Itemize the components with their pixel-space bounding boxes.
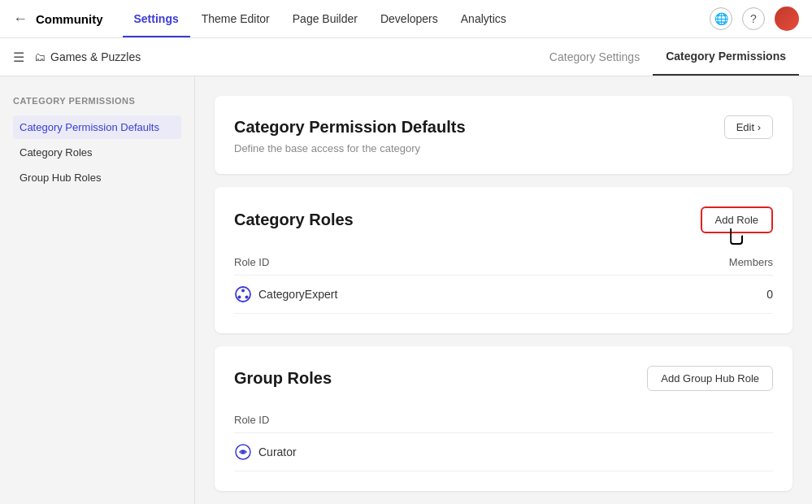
category-roles-table-header: Role ID Members xyxy=(234,246,773,276)
group-col-role-id: Role ID xyxy=(234,414,269,426)
role-members-count: 0 xyxy=(766,288,773,301)
tab-section: Category Settings Category Permissions xyxy=(536,38,799,76)
permission-defaults-title: Category Permission Defaults xyxy=(234,118,466,137)
app-logo: Community xyxy=(36,12,103,26)
table-row: CategoryExpert 0 xyxy=(234,276,773,314)
nav-settings[interactable]: Settings xyxy=(123,0,190,37)
hamburger-icon[interactable]: ☰ xyxy=(13,50,24,65)
avatar-image xyxy=(775,7,799,31)
sidebar-item-permission-defaults[interactable]: Category Permission Defaults xyxy=(13,115,181,139)
folder-icon: 🗂 xyxy=(34,50,46,63)
back-icon[interactable]: ← xyxy=(13,11,28,28)
content-area: Category Permission Defaults Edit › Defi… xyxy=(195,76,812,504)
col-members: Members xyxy=(729,256,773,268)
category-roles-title: Category Roles xyxy=(234,211,354,229)
category-expert-icon xyxy=(234,285,252,303)
curator-icon xyxy=(234,443,252,461)
nav-links: Settings Theme Editor Page Builder Devel… xyxy=(123,0,518,37)
group-role-name: Curator xyxy=(258,445,297,458)
col-role-id: Role ID xyxy=(234,256,269,268)
group-roles-card: Group Roles Add Group Hub Role Role ID C… xyxy=(215,346,792,491)
group-table-row: Curator xyxy=(234,433,773,471)
group-roles-title: Group Roles xyxy=(234,369,332,388)
role-row-left: CategoryExpert xyxy=(234,285,337,303)
nav-analytics[interactable]: Analytics xyxy=(449,0,518,37)
svg-point-1 xyxy=(241,289,245,293)
category-roles-header: Category Roles Add Role xyxy=(234,206,773,233)
help-icon[interactable]: ? xyxy=(742,7,765,30)
add-role-button[interactable]: Add Role xyxy=(701,206,773,233)
nav-page-builder[interactable]: Page Builder xyxy=(281,0,369,37)
breadcrumb: 🗂 Games & Puzzles xyxy=(34,50,141,63)
svg-point-5 xyxy=(241,450,245,454)
group-role-row-left: Curator xyxy=(234,443,297,461)
nav-theme-editor[interactable]: Theme Editor xyxy=(190,0,281,37)
permission-defaults-subtitle: Define the base access for the category xyxy=(234,142,773,154)
nav-developers[interactable]: Developers xyxy=(369,0,449,37)
main-layout: CATEGORY PERMISSIONS Category Permission… xyxy=(0,76,812,504)
top-nav: ← Community Settings Theme Editor Page B… xyxy=(0,0,812,38)
avatar[interactable] xyxy=(775,7,799,31)
svg-point-3 xyxy=(245,296,249,299)
permission-defaults-header: Category Permission Defaults Edit › xyxy=(234,115,773,139)
category-roles-card: Category Roles Add Role Role ID Members xyxy=(215,187,792,333)
role-name: CategoryExpert xyxy=(258,288,337,301)
sidebar-item-group-hub-roles[interactable]: Group Hub Roles xyxy=(13,166,181,189)
tab-category-permissions[interactable]: Category Permissions xyxy=(653,38,799,76)
tab-category-settings[interactable]: Category Settings xyxy=(536,38,653,76)
breadcrumb-text: Games & Puzzles xyxy=(50,50,141,63)
svg-point-2 xyxy=(238,296,241,299)
group-roles-table-header: Role ID xyxy=(234,404,773,433)
group-roles-header: Group Roles Add Group Hub Role xyxy=(234,366,773,391)
second-nav: ☰ 🗂 Games & Puzzles Category Settings Ca… xyxy=(0,38,812,76)
globe-icon[interactable]: 🌐 xyxy=(710,7,732,30)
add-group-hub-role-button[interactable]: Add Group Hub Role xyxy=(647,366,773,391)
edit-button[interactable]: Edit › xyxy=(724,115,773,139)
nav-right: 🌐 ? xyxy=(710,7,799,31)
sidebar: CATEGORY PERMISSIONS Category Permission… xyxy=(0,76,195,504)
sidebar-item-category-roles[interactable]: Category Roles xyxy=(13,141,181,164)
permission-defaults-card: Category Permission Defaults Edit › Defi… xyxy=(215,96,792,174)
sidebar-section-title: CATEGORY PERMISSIONS xyxy=(13,96,181,106)
